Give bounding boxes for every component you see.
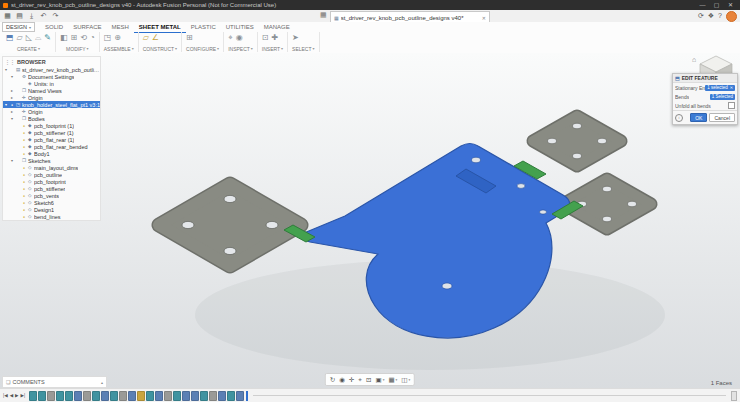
tab-surface[interactable]: SURFACE xyxy=(68,22,106,32)
timeline-feature[interactable] xyxy=(74,391,82,401)
browser-item[interactable]: ▾ ❐ Bodies xyxy=(3,115,100,122)
browser-item[interactable]: ▸ ✛ Origin xyxy=(3,94,100,101)
save-icon[interactable]: ⤓ xyxy=(26,11,37,21)
modify-tool-icon[interactable]: ◔ xyxy=(90,34,95,42)
model-canvas[interactable]: ⌂ ⋮⋮ BROWSER ▾ ▤ st_driver_rev_knob_pcb_… xyxy=(0,53,740,402)
browser-item[interactable]: ● ◆ pcb_flat_rear (1) xyxy=(3,136,100,143)
checkbox[interactable] xyxy=(728,102,735,109)
ribbon-group-label[interactable]: INSPECT▾ xyxy=(228,45,253,52)
ribbon-group-label[interactable]: SELECT▾ xyxy=(292,45,314,52)
timeline-feature[interactable] xyxy=(155,391,163,401)
browser-header[interactable]: ⋮⋮ BROWSER xyxy=(3,57,100,66)
timeline-feature[interactable] xyxy=(47,391,55,401)
viewports-icon[interactable]: ◫▾ xyxy=(401,376,410,384)
hole[interactable] xyxy=(517,184,525,189)
browser-item[interactable]: ● ◆ pcb_footprint (1) xyxy=(3,122,100,129)
browser-item[interactable]: ● ◇ bend_lines xyxy=(3,213,100,220)
grid-settings-icon[interactable]: ▦▾ xyxy=(388,376,397,384)
browser-item[interactable]: ● ◇ main_layout_dims xyxy=(3,164,100,171)
browser-item[interactable]: ● ◇ pcb_outline xyxy=(3,171,100,178)
tab-sheet-metal[interactable]: SHEET METAL xyxy=(134,22,186,33)
expander-icon[interactable]: ▾ xyxy=(5,102,10,107)
construct-axis-icon[interactable]: ∠ xyxy=(152,34,159,42)
timeline-feature[interactable] xyxy=(29,391,37,401)
timeline-feature[interactable] xyxy=(137,391,145,401)
flange-plate-left[interactable] xyxy=(159,184,301,266)
visibility-icon[interactable]: ● xyxy=(23,194,27,198)
timeline-feature[interactable] xyxy=(209,391,217,401)
timeline-end-icon[interactable]: ▶| xyxy=(21,393,26,398)
timeline-feature[interactable] xyxy=(56,391,64,401)
modify-tool-icon[interactable]: ⊞ xyxy=(70,34,77,42)
look-at-icon[interactable]: ◉ xyxy=(339,376,345,384)
clear-selection-icon[interactable]: ✕ xyxy=(730,85,733,90)
timeline-feature[interactable] xyxy=(101,391,109,401)
timeline-feature[interactable] xyxy=(227,391,235,401)
construct-plane-icon[interactable]: ▱ xyxy=(143,34,149,42)
visibility-icon[interactable]: ● xyxy=(23,187,27,191)
visibility-icon[interactable]: ● xyxy=(23,180,27,184)
expand-icon[interactable]: ▴ xyxy=(101,380,103,385)
timeline-feature[interactable] xyxy=(110,391,118,401)
visibility-icon[interactable]: ● xyxy=(23,124,27,128)
visibility-icon[interactable]: ● xyxy=(23,201,27,205)
browser-item[interactable]: ● ◆ Body1 xyxy=(3,150,100,157)
data-panel-icon[interactable]: ▦ xyxy=(2,11,13,21)
tab-plastic[interactable]: PLASTIC xyxy=(186,22,221,32)
browser-item[interactable]: ▾ ▤ st_driver_rev_knob_pcb_outline v40 xyxy=(3,66,100,73)
hole[interactable] xyxy=(472,157,481,162)
pan-icon[interactable]: ✛ xyxy=(349,376,354,384)
hole[interactable] xyxy=(548,138,557,143)
visibility-icon[interactable]: ● xyxy=(23,208,27,212)
selection-chip[interactable]: 1 selected ✕ xyxy=(705,85,735,91)
timeline-feature[interactable] xyxy=(200,391,208,401)
browser-item[interactable]: ● ◇ pcb_stiffener xyxy=(3,185,100,192)
play-icon[interactable]: ▶ xyxy=(15,393,18,398)
expander-icon[interactable]: ▾ xyxy=(11,158,16,163)
user-avatar[interactable] xyxy=(726,11,737,22)
dialog-header[interactable]: ⬒ EDIT FEATURE xyxy=(673,74,737,83)
hole[interactable] xyxy=(182,221,194,228)
timeline-feature[interactable] xyxy=(83,391,91,401)
orbit-icon[interactable]: ↻ xyxy=(330,376,335,384)
timeline-feature[interactable] xyxy=(182,391,190,401)
tab-utilities[interactable]: UTILITIES xyxy=(221,22,259,32)
close-button[interactable]: ✕ xyxy=(724,1,737,10)
timeline-end-handle[interactable] xyxy=(731,391,737,401)
measure-icon[interactable]: ⌖ xyxy=(228,34,233,42)
tab-solid[interactable]: SOLID xyxy=(40,22,68,32)
browser-item[interactable]: ● ◇ Sketch6 xyxy=(3,199,100,206)
timeline-marker[interactable] xyxy=(246,391,248,401)
insert-icon[interactable]: ⊡ xyxy=(262,34,269,42)
inspect-icon[interactable]: ◉ xyxy=(236,34,243,42)
comments-bar[interactable]: ❏ COMMENTS ▴ xyxy=(2,376,107,388)
model-viewport[interactable]: ⌂ xyxy=(0,53,740,402)
hole[interactable] xyxy=(573,123,582,128)
ribbon-group-label[interactable]: MODIFY▾ xyxy=(60,45,95,52)
create-tool-icon[interactable]: ⌓ xyxy=(35,34,41,42)
fit-icon[interactable]: ⊡ xyxy=(366,376,371,384)
display-settings-icon[interactable]: ▣▾ xyxy=(375,376,384,384)
close-tab-icon[interactable]: ✕ xyxy=(482,15,486,21)
minimize-button[interactable]: — xyxy=(696,1,709,10)
visibility-icon[interactable]: ● xyxy=(23,152,27,156)
browser-item[interactable]: ▸ ❐ Named Views xyxy=(3,87,100,94)
select-icon[interactable]: ➤ xyxy=(292,34,299,42)
browser-item[interactable]: ● ◆ pcb_stiffener (1) xyxy=(3,129,100,136)
hole[interactable] xyxy=(224,247,236,254)
expander-icon[interactable]: ▾ xyxy=(5,67,10,72)
expander-icon[interactable]: ▸ xyxy=(11,95,16,100)
timeline-feature[interactable] xyxy=(218,391,226,401)
browser-item[interactable]: ▾ ❐ Sketches xyxy=(3,157,100,164)
tab-list-icon[interactable]: ▦ xyxy=(320,11,327,19)
tab-manage[interactable]: MANAGE xyxy=(259,22,295,32)
workspace-selector[interactable]: DESIGN ▾ xyxy=(2,22,35,32)
step-back-icon[interactable]: ◀ xyxy=(10,393,13,398)
hole[interactable] xyxy=(603,186,612,191)
timeline-feature[interactable] xyxy=(92,391,100,401)
ribbon-group-label[interactable]: CREATE▾ xyxy=(6,45,51,52)
info-icon[interactable]: i xyxy=(675,114,683,122)
timeline-feature[interactable] xyxy=(65,391,73,401)
timeline-feature[interactable] xyxy=(173,391,181,401)
visibility-icon[interactable]: ● xyxy=(23,131,27,135)
